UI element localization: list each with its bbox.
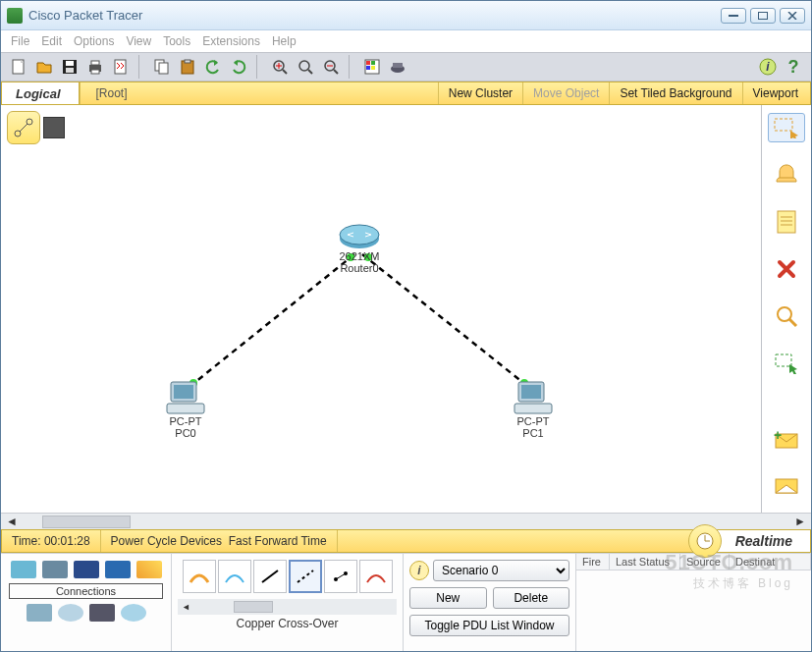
svg-rect-50 xyxy=(775,119,792,131)
svg-line-65 xyxy=(298,570,313,582)
device-router0[interactable]: 2621XM Router0 xyxy=(330,221,389,274)
hubs-category-icon[interactable] xyxy=(74,561,99,578)
realtime-toolbar: Time: 00:01:28 Power Cycle Devices Fast … xyxy=(1,529,811,553)
device-pc1-type: PC-PT xyxy=(504,415,563,427)
window-title: Cisco Packet Tracer xyxy=(28,8,721,23)
copy-icon[interactable] xyxy=(150,55,174,79)
device-pc0[interactable]: PC-PT PC0 xyxy=(156,380,215,439)
logical-toolbar: Logical [Root] New Cluster Move Object S… xyxy=(1,82,811,105)
pdu-col-destination[interactable]: Destinat xyxy=(730,554,811,570)
pdu-col-fire[interactable]: Fire xyxy=(576,554,610,570)
svg-rect-57 xyxy=(776,354,791,366)
scenario-delete-button[interactable]: Delete xyxy=(493,587,570,609)
svg-rect-26 xyxy=(366,66,370,70)
palette-icon[interactable] xyxy=(360,55,384,79)
print-icon[interactable] xyxy=(83,55,107,79)
menu-bar: File Edit Options View Tools Extensions … xyxy=(1,30,811,52)
workspace-canvas[interactable]: 2621XM Router0 PC-PT PC0 PC-PT PC1 xyxy=(1,105,761,513)
menu-file[interactable]: File xyxy=(11,34,29,48)
menu-tools[interactable]: Tools xyxy=(163,34,190,48)
svg-text:+: + xyxy=(774,430,782,443)
logical-tab[interactable]: Logical xyxy=(2,82,80,104)
menu-view[interactable]: View xyxy=(126,34,151,48)
menu-extensions[interactable]: Extensions xyxy=(202,34,260,48)
zoom-out-icon[interactable] xyxy=(319,55,343,79)
multiuser-category-icon[interactable] xyxy=(121,604,146,622)
zoom-in-icon[interactable] xyxy=(268,55,292,79)
resize-shape-tool-icon[interactable] xyxy=(768,349,805,378)
switches-category-icon[interactable] xyxy=(42,561,68,578)
cable-auto-icon[interactable] xyxy=(183,560,216,593)
power-cycle-button[interactable]: Power Cycle Devices Fast Forward Time xyxy=(101,530,338,552)
activity-wizard-icon[interactable] xyxy=(109,55,133,79)
end-devices-category-icon[interactable] xyxy=(27,604,52,622)
new-cluster-button[interactable]: New Cluster xyxy=(438,82,522,104)
custom-devices-icon[interactable] xyxy=(386,55,409,79)
close-button[interactable] xyxy=(780,8,805,24)
minimize-button[interactable] xyxy=(721,8,746,24)
device-category-label: Connections xyxy=(9,583,163,599)
delete-tool-icon[interactable] xyxy=(768,254,805,284)
sim-time-label: Time: 00:01:28 xyxy=(2,530,101,552)
new-file-icon[interactable] xyxy=(7,55,30,79)
svg-line-19 xyxy=(308,70,312,74)
svg-rect-13 xyxy=(185,60,190,63)
horizontal-scrollbar[interactable]: ◄ ► xyxy=(1,513,811,529)
device-router0-type: 2621XM xyxy=(330,250,389,262)
help-icon[interactable]: ? xyxy=(782,55,805,79)
cable-crossover-icon[interactable] xyxy=(289,560,322,593)
set-tiled-bg-button[interactable]: Set Tiled Background xyxy=(609,82,741,104)
cable-console-icon[interactable] xyxy=(218,560,251,593)
custom-made-category-icon[interactable] xyxy=(89,604,115,622)
redo-icon[interactable] xyxy=(227,55,250,79)
device-pc1[interactable]: PC-PT PC1 xyxy=(504,380,563,439)
cable-fiber-icon[interactable] xyxy=(324,560,357,593)
maximize-button[interactable] xyxy=(750,8,776,24)
connections-category-icon[interactable] xyxy=(136,561,162,578)
svg-rect-9 xyxy=(115,60,126,74)
realtime-tab[interactable]: Realtime xyxy=(717,530,810,552)
zoom-reset-icon[interactable] xyxy=(294,55,317,79)
svg-point-43 xyxy=(340,225,379,244)
fast-forward-button[interactable]: Fast Forward Time xyxy=(229,534,327,548)
menu-options[interactable]: Options xyxy=(74,34,114,48)
add-simple-pdu-icon[interactable]: + xyxy=(768,426,805,456)
svg-rect-0 xyxy=(729,15,738,17)
scenario-new-button[interactable]: New xyxy=(409,587,487,609)
viewport-button[interactable]: Viewport xyxy=(742,82,810,104)
device-type-selector: Connections xyxy=(1,554,172,651)
select-tool-icon[interactable] xyxy=(768,113,805,142)
open-file-icon[interactable] xyxy=(32,55,56,79)
svg-line-21 xyxy=(334,70,338,74)
toggle-pdu-list-button[interactable]: Toggle PDU List Window xyxy=(409,615,569,636)
svg-rect-27 xyxy=(371,66,375,70)
move-object-button[interactable]: Move Object xyxy=(522,82,609,104)
svg-line-15 xyxy=(283,70,287,74)
wireless-category-icon[interactable] xyxy=(105,561,131,578)
device-pc1-label: PC1 xyxy=(504,427,563,439)
nav-root[interactable]: [Root] xyxy=(80,82,143,104)
pdu-col-last-status[interactable]: Last Status xyxy=(610,554,680,570)
undo-icon[interactable] xyxy=(201,55,225,79)
routers-category-icon[interactable] xyxy=(11,561,36,578)
scenario-select[interactable]: Scenario 0 xyxy=(433,560,569,581)
svg-point-18 xyxy=(299,61,309,71)
pdu-list-panel: Fire Last Status Source Destinat 51CTO.c… xyxy=(576,554,811,651)
svg-rect-11 xyxy=(159,63,168,74)
cable-straight-icon[interactable] xyxy=(253,560,287,593)
svg-line-37 xyxy=(362,254,532,390)
wan-emulation-category-icon[interactable] xyxy=(58,604,83,622)
info-icon[interactable]: i xyxy=(756,55,780,79)
save-icon[interactable] xyxy=(58,55,81,79)
cable-phone-icon[interactable] xyxy=(359,560,393,593)
paste-icon[interactable] xyxy=(176,55,199,79)
svg-line-64 xyxy=(262,570,278,582)
add-complex-pdu-icon[interactable] xyxy=(768,473,805,503)
menu-edit[interactable]: Edit xyxy=(41,34,62,48)
menu-help[interactable]: Help xyxy=(272,34,297,48)
move-layout-tool-icon[interactable] xyxy=(768,160,805,190)
scenario-info-icon[interactable]: i xyxy=(409,561,429,580)
place-note-tool-icon[interactable] xyxy=(768,207,805,237)
cable-scrollbar[interactable]: ◄ xyxy=(178,599,397,615)
inspect-tool-icon[interactable] xyxy=(768,301,805,331)
